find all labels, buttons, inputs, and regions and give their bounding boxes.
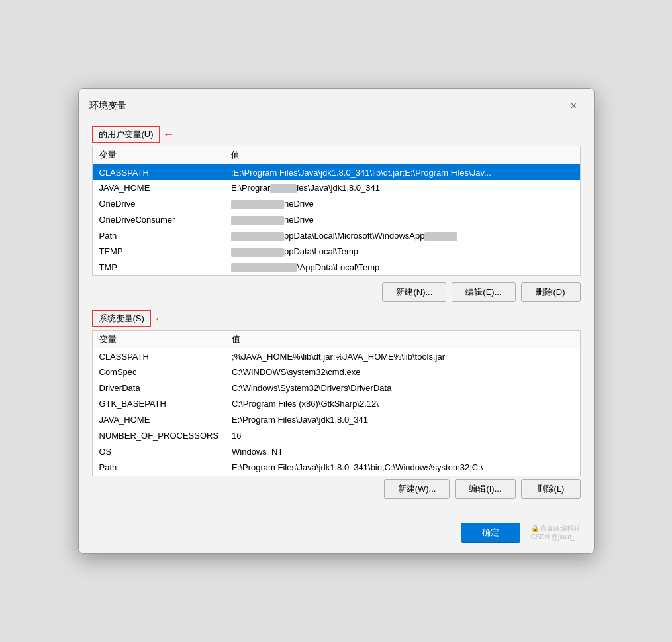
table-row[interactable]: NUMBER_OF_PROCESSORS 16 xyxy=(93,428,580,444)
table-row[interactable]: Path ppData\Local\Microsoft\WindowsApp xyxy=(92,228,580,244)
dialog-body: 的用户变量(U) ← 变量 值 CLASSPATH ;E:\Program Fi… xyxy=(79,121,594,517)
var-value: neDrive xyxy=(224,196,580,212)
system-edit-button[interactable]: 编辑(I)... xyxy=(455,479,515,499)
table-row[interactable]: TMP \AppData\Local\Temp xyxy=(92,260,580,276)
var-value: C:\WINDOWS\system32\cmd.exe xyxy=(225,364,579,380)
ok-button[interactable]: 确定 xyxy=(461,523,520,543)
dialog-footer: 确定 🔒 自媒体编程村 CSDN @jxwd_ xyxy=(79,517,594,553)
system-delete-button[interactable]: 删除(L) xyxy=(521,479,581,499)
var-value: C:\Windows\System32\Drivers\DriverData xyxy=(225,380,579,396)
var-name: TEMP xyxy=(92,244,224,260)
system-variables-section: 系统变量(S) ← 变量 值 CLASSPATH ;%JAVA_HOME%\li xyxy=(92,310,581,499)
user-delete-button[interactable]: 删除(D) xyxy=(521,282,581,302)
var-value: ;%JAVA_HOME%\lib\dt.jar;%JAVA_HOME%\lib\… xyxy=(225,348,579,364)
table-row[interactable]: OS Windows_NT xyxy=(93,444,580,460)
var-value: ;E:\Program Files\Java\jdk1.8.0_341\lib\… xyxy=(224,164,580,180)
table-row[interactable]: JAVA_HOME E:\Program Files\Java\jdk1.8.0… xyxy=(93,412,580,428)
user-section-label: 的用户变量(U) xyxy=(92,126,160,143)
table-row[interactable]: CLASSPATH ;E:\Program Files\Java\jdk1.8.… xyxy=(92,164,580,180)
var-value: E:\Program Files\Java\jdk1.8.0_341\bin;C… xyxy=(225,460,579,476)
var-name: CLASSPATH xyxy=(92,164,224,180)
user-new-button[interactable]: 新建(N)... xyxy=(382,282,446,302)
user-section-header: 的用户变量(U) ← xyxy=(92,126,581,143)
table-row[interactable]: OneDrive neDrive xyxy=(92,196,580,212)
var-value: ppData\Local\Microsoft\WindowsApp xyxy=(224,228,580,244)
var-name: GTK_BASEPATH xyxy=(93,396,226,412)
user-variables-section: 的用户变量(U) ← 变量 值 CLASSPATH ;E:\Program Fi… xyxy=(92,126,581,302)
var-name: NUMBER_OF_PROCESSORS xyxy=(93,428,226,444)
var-value: E:\Program Files\Java\jdk1.8.0_341 xyxy=(225,412,579,428)
watermark-text: 🔒 自媒体编程村 xyxy=(531,524,581,533)
user-variables-table: 变量 值 CLASSPATH ;E:\Program Files\Java\jd… xyxy=(92,146,581,276)
arrow-icon: ← xyxy=(163,128,175,142)
user-buttons: 新建(N)... 编辑(E)... 删除(D) xyxy=(92,282,581,302)
var-value: C:\Program Files (x86)\GtkSharp\2.12\ xyxy=(225,396,579,412)
close-button[interactable]: × xyxy=(565,97,583,115)
var-value: E:\Prograr les\Java\jdk1.8.0_341 xyxy=(224,180,580,196)
system-new-button[interactable]: 新建(W)... xyxy=(384,479,450,499)
var-name: TMP xyxy=(92,260,224,276)
user-col-var: 变量 xyxy=(92,146,224,164)
table-row[interactable]: JAVA_HOME E:\Prograr les\Java\jdk1.8.0_3… xyxy=(92,180,580,196)
var-name: JAVA_HOME xyxy=(92,180,224,196)
system-variables-scroll[interactable]: 变量 值 CLASSPATH ;%JAVA_HOME%\lib\dt.jar;%… xyxy=(92,330,581,476)
var-value: ppData\Local\Temp xyxy=(224,244,580,260)
system-table-header: 变量 值 xyxy=(93,331,580,348)
user-table-header: 变量 值 xyxy=(92,146,580,164)
table-row[interactable]: CLASSPATH ;%JAVA_HOME%\lib\dt.jar;%JAVA_… xyxy=(93,348,580,364)
environment-variables-dialog: 环境变量 × 的用户变量(U) ← 变量 值 CLASSPATH xyxy=(78,88,595,554)
table-row[interactable]: OneDriveConsumer neDrive xyxy=(92,212,580,228)
var-name: OS xyxy=(93,444,226,460)
table-row[interactable]: Path E:\Program Files\Java\jdk1.8.0_341\… xyxy=(93,460,580,476)
table-row[interactable]: GTK_BASEPATH C:\Program Files (x86)\GtkS… xyxy=(93,396,580,412)
title-bar: 环境变量 × xyxy=(79,89,594,121)
arrow-icon-2: ← xyxy=(154,312,166,326)
system-section-header: 系统变量(S) ← xyxy=(92,310,581,327)
var-value: \AppData\Local\Temp xyxy=(224,260,580,276)
var-value: Windows_NT xyxy=(225,444,579,460)
user-col-val: 值 xyxy=(224,146,580,164)
var-name: OneDrive xyxy=(92,196,224,212)
table-row[interactable]: ComSpec C:\WINDOWS\system32\cmd.exe xyxy=(93,364,580,380)
var-value: 16 xyxy=(225,428,579,444)
var-name: DriverData xyxy=(93,380,226,396)
var-name: ComSpec xyxy=(93,364,226,380)
system-buttons: 新建(W)... 编辑(I)... 删除(L) xyxy=(92,479,581,499)
table-row[interactable]: DriverData C:\Windows\System32\Drivers\D… xyxy=(93,380,580,396)
var-name: CLASSPATH xyxy=(93,348,226,364)
watermark-area: 🔒 自媒体编程村 CSDN @jxwd_ xyxy=(531,524,581,541)
system-section-label: 系统变量(S) xyxy=(92,310,151,327)
var-name: OneDriveConsumer xyxy=(92,212,224,228)
system-variables-table: 变量 值 CLASSPATH ;%JAVA_HOME%\lib\dt.jar;%… xyxy=(93,331,580,476)
var-name: JAVA_HOME xyxy=(93,412,226,428)
user-edit-button[interactable]: 编辑(E)... xyxy=(452,282,515,302)
var-name: Path xyxy=(92,228,224,244)
watermark-sub: CSDN @jxwd_ xyxy=(531,533,575,541)
table-row[interactable]: TEMP ppData\Local\Temp xyxy=(92,244,580,260)
sys-col-var: 变量 xyxy=(93,331,226,348)
sys-col-val: 值 xyxy=(225,331,579,348)
dialog-title: 环境变量 xyxy=(89,100,126,112)
var-name: Path xyxy=(93,460,226,476)
var-value: neDrive xyxy=(224,212,580,228)
